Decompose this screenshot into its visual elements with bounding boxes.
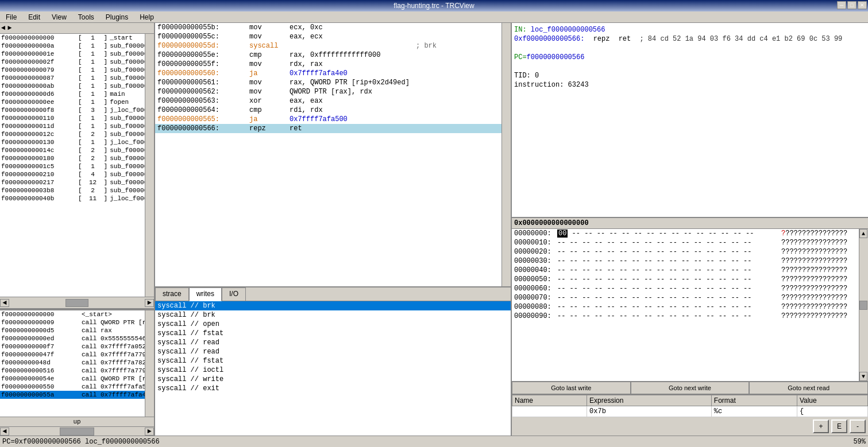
func-list-row[interactable]: f0000000000180[2]sub_f0000000 [0, 154, 145, 162]
func-list-scroll-left[interactable]: ◄ [1, 24, 5, 32]
disasm-row[interactable]: f000000000055b:movecx, 0xc [155, 23, 501, 32]
watch-row[interactable]: 0x7b%c{ [512, 406, 868, 417]
func-list-hscroll[interactable]: ◄ ► [0, 297, 154, 308]
trace-row[interactable]: f000000000055acall 0x7ffff7afa4b0 [0, 391, 145, 399]
disasm-row[interactable]: f000000000055d:syscall; brk [155, 41, 501, 50]
func-list-row[interactable]: f00000000003b8[2]sub_f0000000 [0, 186, 145, 195]
tab-content[interactable]: syscall // brksyscall // brksyscall // o… [155, 301, 511, 436]
trace-scroll[interactable]: f0000000000000<_start>f0000000000009call… [0, 310, 145, 417]
syscall-row[interactable]: syscall // exit [155, 384, 511, 393]
disasm-row[interactable]: f0000000000565:ja0x7ffff7afa500 [155, 115, 501, 124]
goto-next-read-button[interactable]: Goto next read [749, 382, 868, 394]
disasm-scroll[interactable]: f000000000055b:movecx, 0xcf000000000055c… [155, 23, 501, 286]
func-list-row[interactable]: f0000000000087[1]sub_f0000000 [0, 74, 145, 82]
disasm-row[interactable]: f0000000000564:cmprdi, rdx [155, 106, 501, 115]
func-list-row[interactable]: f0000000000110[1]sub_f0000000 [0, 114, 145, 122]
remove-watch-button[interactable]: - [850, 419, 866, 433]
func-list-row[interactable]: f000000000040b[11]j_loc_f00000 [0, 195, 145, 203]
syscall-row[interactable]: syscall // fstat [155, 329, 511, 338]
maximize-button[interactable]: □ [847, 1, 857, 9]
disasm-inner: f000000000055b:movecx, 0xcf000000000055c… [155, 23, 511, 286]
disasm-row[interactable]: f000000000055e:cmprax, 0xffffffffffff000 [155, 50, 501, 60]
goto-next-write-button[interactable]: Goto next write [631, 382, 750, 394]
close-button[interactable]: ✕ [858, 1, 867, 9]
func-list-header: ◄ ► [0, 23, 154, 34]
minimize-button[interactable]: ─ [837, 1, 846, 9]
info-hex: ; 84 cd 52 1a 94 03 f6 34 dd c4 e1 b2 69… [639, 35, 842, 43]
menu-view[interactable]: View [48, 12, 70, 22]
func-list-row[interactable]: f0000000000079[1]sub_f0000000 [0, 66, 145, 74]
func-list-row[interactable]: f0000000000210[4]sub_f0000000 [0, 170, 145, 178]
disasm-vscroll[interactable] [501, 23, 511, 286]
func-list-row[interactable]: f0000000000217[12]sub_f0000000 [0, 178, 145, 186]
func-list-scroll-right[interactable]: ► [7, 24, 11, 32]
func-list-scroll[interactable]: f0000000000000[1]_startf000000000000a[1]… [0, 34, 145, 297]
syscall-row[interactable]: syscall // read [155, 338, 511, 347]
trace-vscroll[interactable] [145, 310, 154, 417]
up-button[interactable]: up [0, 417, 154, 426]
trace-row[interactable]: f0000000000009call QWORD PTR [rip+ [0, 318, 145, 326]
func-list-row[interactable]: f000000000000a[1]sub_f0000000 [0, 42, 145, 50]
syscall-row[interactable]: syscall // read [155, 347, 511, 356]
trace-hscroll[interactable]: ◄ ► [0, 426, 154, 436]
disasm-row[interactable]: f000000000055c:moveax, ecx [155, 32, 501, 41]
syscall-row[interactable]: syscall // fstat [155, 356, 511, 366]
add-watch-button[interactable]: + [813, 419, 829, 433]
syscall-row[interactable]: syscall // brk [155, 310, 511, 320]
memory-scroll[interactable]: 00000000:00 -- -- -- -- -- -- -- -- -- -… [512, 229, 859, 381]
func-list-row[interactable]: f000000000002f[1]sub_f0000001 [0, 58, 145, 66]
trace-row[interactable]: f0000000000550call 0x7ffff7afa520 [0, 383, 145, 391]
func-list-row[interactable]: f000000000011d[1]sub_f0000000 [0, 122, 145, 130]
menu-help[interactable]: Help [136, 12, 157, 22]
function-list: ◄ ► f0000000000000[1]_startf000000000000… [0, 23, 154, 309]
func-list-row[interactable]: f00000000001c5[1]sub_f0000000 [0, 162, 145, 170]
func-list-row[interactable]: f00000000000d6[1]main [0, 90, 145, 98]
bottom-tabs-area: strace writes I/O syscall // brksyscall … [155, 286, 511, 436]
tab-io[interactable]: I/O [222, 287, 246, 301]
func-list-row[interactable]: f00000000000f8[3]j_loc_f00000 [0, 106, 145, 114]
watch-tbody: 0x7b%c{ [512, 406, 868, 417]
trace-row[interactable]: f0000000000000<_start> [0, 310, 145, 318]
menu-plugins[interactable]: Plugins [102, 12, 132, 22]
func-list-row[interactable]: f000000000012c[2]sub_f0000000 [0, 130, 145, 138]
func-list-row[interactable]: f0000000000000[1]_start [0, 34, 145, 42]
trace-row[interactable]: f000000000047fcall 0x7ffff7a779a60 [0, 351, 145, 359]
memory-vscroll[interactable]: ▲ ▼ [859, 229, 868, 381]
func-list-row[interactable]: f0000000000130[1]j_loc_f00000 [0, 138, 145, 146]
trace-panel: f0000000000000<_start>f0000000000009call… [0, 309, 154, 436]
menubar: File Edit View Tools Plugins Help [0, 11, 868, 23]
left-panel: ◄ ► f0000000000000[1]_startf000000000000… [0, 23, 155, 436]
trace-row[interactable]: f00000000048dcall 0x7ffff7a782d0 [0, 359, 145, 367]
trace-row[interactable]: f0000000000516call 0x7ffff7a779a0 [0, 367, 145, 375]
trace-row[interactable]: f00000000000edcall 0x5555555546f0 [0, 335, 145, 343]
func-list-row[interactable]: f000000000001e[1]sub_f0000000 [0, 50, 145, 58]
disasm-row[interactable]: f0000000000561:movrax, QWORD PTR [rip+0x… [155, 78, 501, 87]
trace-row[interactable]: f00000000000f7call 0x7ffff7a052c0 [0, 343, 145, 351]
menu-file[interactable]: File [2, 12, 20, 22]
syscall-row[interactable]: syscall // open [155, 320, 511, 329]
disasm-row[interactable]: f0000000000566:repzret [155, 124, 501, 133]
edit-watch-button[interactable]: E [831, 419, 847, 433]
trace-row[interactable]: f000000000054ecall QWORD PTR [rax] [0, 375, 145, 383]
syscall-row[interactable]: syscall // brk [155, 301, 511, 310]
goto-last-write-button[interactable]: Goto last write [512, 382, 631, 394]
disassembly-area: f000000000055b:movecx, 0xcf000000000055c… [155, 23, 511, 286]
syscall-row[interactable]: syscall // write [155, 375, 511, 384]
disasm-row[interactable]: f000000000055f:movrdx, rax [155, 60, 501, 69]
func-list-vscroll[interactable] [145, 34, 154, 297]
trace-row[interactable]: f00000000000d5call rax [0, 326, 145, 335]
func-list-row[interactable]: f00000000000ee[1]fopen [0, 98, 145, 106]
func-list-row[interactable]: f00000000000ab[1]sub_f0000000 [0, 82, 145, 90]
menu-edit[interactable]: Edit [25, 12, 44, 22]
middle-panel: f000000000055b:movecx, 0xcf000000000055c… [155, 23, 512, 436]
disasm-row[interactable]: f0000000000563:xoreax, eax [155, 96, 501, 106]
menu-tools[interactable]: Tools [75, 12, 98, 22]
info-in-label: IN: [514, 26, 531, 34]
disasm-row[interactable]: f0000000000560:ja0x7ffff7afa4e0 [155, 69, 501, 78]
tab-writes[interactable]: writes [189, 287, 222, 301]
tab-strace[interactable]: strace [155, 287, 189, 301]
info-op: ret [619, 35, 631, 43]
syscall-row[interactable]: syscall // ioctl [155, 366, 511, 375]
func-list-row[interactable]: f000000000014c[2]sub_f0000000 [0, 146, 145, 154]
disasm-row[interactable]: f0000000000562:movQWORD PTR [rax], rdx [155, 87, 501, 96]
